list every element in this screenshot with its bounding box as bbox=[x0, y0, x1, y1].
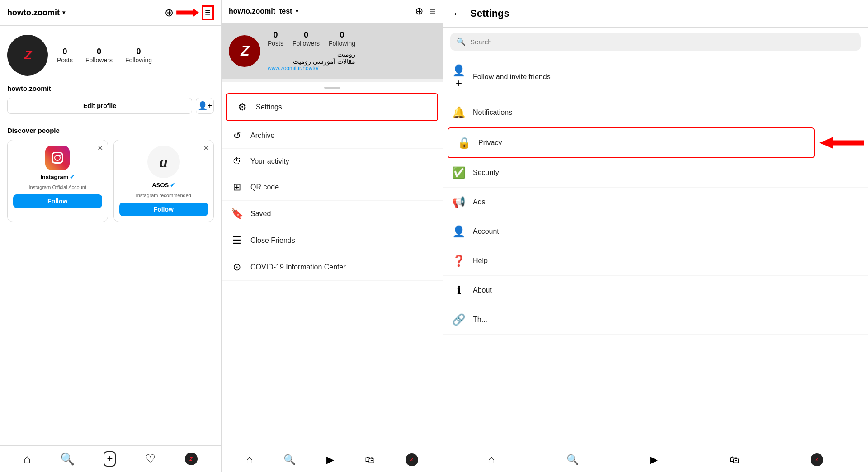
stat-following[interactable]: 0 Following bbox=[125, 47, 152, 64]
menu-item-activity-label: Your activity bbox=[250, 157, 289, 165]
settings-item-follow[interactable]: 👤+ Follow and invite friends bbox=[443, 56, 868, 98]
close-friends-icon: ☰ bbox=[231, 235, 243, 246]
settings-item-about-label: About bbox=[473, 286, 492, 294]
stat-posts[interactable]: 0 Posts bbox=[57, 47, 73, 64]
add-post-nav-icon[interactable]: + bbox=[104, 451, 116, 467]
followers-count: 0 bbox=[97, 47, 101, 57]
follow-instagram-button[interactable]: Follow bbox=[13, 194, 102, 208]
discover-card-instagram: ✕ Instagram ✔ Instagram Official Account… bbox=[7, 140, 108, 222]
heart-icon[interactable]: ♡ bbox=[145, 452, 156, 466]
posts-count: 0 bbox=[63, 47, 67, 57]
menu-stat-followers[interactable]: 0 Followers bbox=[292, 30, 320, 47]
menu-profile-overlay: Z 0 Posts 0 Followers 0 Following bbox=[222, 23, 443, 82]
shop-nav-icon-settings[interactable]: 🛍 bbox=[729, 454, 739, 466]
menu-avatar: Z bbox=[229, 35, 260, 67]
settings-item-ads[interactable]: 📢 Ads bbox=[443, 188, 868, 217]
discover-people-section: Discover people ✕ Instagram ✔ Instagram … bbox=[0, 121, 221, 227]
menu-item-covid-label: COVID-19 Information Center bbox=[250, 263, 346, 271]
profile-nav-avatar-menu[interactable]: Z bbox=[406, 453, 418, 466]
menu-item-archive-label: Archive bbox=[250, 132, 274, 140]
settings-item-security[interactable]: ✅ Security bbox=[443, 158, 868, 188]
edit-profile-button[interactable]: Edit profile bbox=[7, 98, 192, 114]
home-icon[interactable]: ⌂ bbox=[24, 452, 31, 466]
menu-item-covid[interactable]: ⊙ COVID-19 Information Center bbox=[222, 254, 443, 281]
settings-header: ← Settings bbox=[443, 0, 868, 28]
menu-stat-following[interactable]: 0 Following bbox=[329, 30, 355, 47]
settings-item-notifications-label: Notifications bbox=[473, 109, 512, 117]
profile-nav-avatar[interactable]: Z bbox=[185, 453, 198, 465]
activity-icon: ⏱ bbox=[231, 156, 243, 166]
settings-item-privacy[interactable]: 🔒 Privacy bbox=[448, 128, 814, 157]
settings-item-help-label: Help bbox=[473, 257, 488, 265]
settings-item-partial-label: Th... bbox=[473, 316, 487, 324]
menu-header: howto.zoomit_test ▾ ⊕ ≡ bbox=[222, 0, 443, 23]
add-post-icon[interactable]: ⊕ bbox=[165, 6, 174, 19]
menu-item-qrcode-label: QR code bbox=[250, 183, 279, 191]
settings-search-input[interactable] bbox=[470, 38, 854, 46]
menu-item-settings-label: Settings bbox=[256, 103, 282, 111]
follow-asos-button[interactable]: Follow bbox=[119, 203, 208, 216]
menu-username-container[interactable]: howto.zoomit_test ▾ bbox=[229, 7, 298, 15]
search-nav-icon-menu[interactable]: 🔍 bbox=[283, 454, 296, 466]
menu-profile-link[interactable]: www.zoomit.ir/howto/ bbox=[268, 65, 355, 71]
panel-settings: ← Settings 🔍 👤+ Follow and invite friend… bbox=[443, 0, 868, 472]
instagram-card-name: Instagram ✔ bbox=[40, 174, 75, 180]
back-icon[interactable]: ← bbox=[452, 7, 463, 20]
profile-username-container[interactable]: howto.zoomit ▾ bbox=[7, 8, 65, 18]
notifications-icon: 🔔 bbox=[452, 106, 466, 119]
profile-actions: Edit profile 👤+ bbox=[0, 98, 221, 121]
privacy-icon: 🔒 bbox=[458, 137, 471, 149]
settings-privacy-box: 🔒 Privacy bbox=[448, 127, 815, 158]
privacy-item-wrapper: 🔒 Privacy bbox=[443, 127, 868, 158]
settings-item-about[interactable]: ℹ About bbox=[443, 276, 868, 305]
menu-profile-name-rtl: زومیت bbox=[268, 51, 355, 58]
search-nav-icon-settings[interactable]: 🔍 bbox=[566, 454, 579, 466]
menu-add-icon[interactable]: ⊕ bbox=[415, 5, 423, 17]
menu-stats-row: 0 Posts 0 Followers 0 Following bbox=[268, 30, 355, 47]
menu-header-icons: ⊕ ≡ bbox=[415, 5, 435, 17]
settings-search-container[interactable]: 🔍 bbox=[450, 33, 861, 51]
shop-nav-icon-menu[interactable]: 🛍 bbox=[365, 454, 375, 466]
menu-item-archive[interactable]: ↺ Archive bbox=[222, 123, 443, 149]
menu-stat-posts[interactable]: 0 Posts bbox=[268, 30, 283, 47]
settings-item-notifications[interactable]: 🔔 Notifications bbox=[443, 98, 868, 127]
close-icon-instagram[interactable]: ✕ bbox=[97, 144, 103, 152]
settings-item-partial[interactable]: 🔗 Th... bbox=[443, 305, 868, 335]
handle-bar-icon bbox=[324, 87, 340, 89]
close-icon-asos[interactable]: ✕ bbox=[203, 144, 209, 152]
menu-item-close-friends[interactable]: ☰ Close Friends bbox=[222, 227, 443, 254]
menu-item-activity[interactable]: ⏱ Your activity bbox=[222, 149, 443, 174]
settings-item-help[interactable]: ❓ Help bbox=[443, 246, 868, 276]
reels-nav-icon-settings[interactable]: ▶ bbox=[650, 454, 658, 466]
home-nav-icon-menu[interactable]: ⌂ bbox=[246, 453, 253, 467]
profile-display-name: howto.zoomit bbox=[0, 85, 221, 98]
menu-item-qrcode[interactable]: ⊞ QR code bbox=[222, 174, 443, 201]
stat-followers[interactable]: 0 Followers bbox=[85, 47, 113, 64]
search-icon[interactable]: 🔍 bbox=[60, 452, 75, 466]
settings-title: Settings bbox=[470, 8, 509, 19]
bottom-nav-profile: ⌂ 🔍 + ♡ Z bbox=[0, 445, 221, 472]
following-label: Following bbox=[125, 57, 152, 64]
drawer-handle bbox=[222, 82, 443, 93]
reels-nav-icon-menu[interactable]: ▶ bbox=[326, 454, 334, 466]
settings-item-account-label: Account bbox=[473, 227, 499, 236]
menu-hamburger-icon[interactable]: ≡ bbox=[429, 5, 435, 17]
menu-chevron-icon: ▾ bbox=[296, 8, 298, 14]
archive-icon: ↺ bbox=[231, 130, 243, 141]
account-icon: 👤 bbox=[452, 225, 466, 238]
following-count: 0 bbox=[136, 47, 141, 57]
hamburger-menu-button[interactable]: ≡ bbox=[205, 8, 211, 18]
menu-item-settings[interactable]: ⚙ Settings bbox=[227, 94, 437, 120]
settings-item-account[interactable]: 👤 Account bbox=[443, 217, 868, 246]
menu-item-saved[interactable]: 🔖 Saved bbox=[222, 201, 443, 227]
arrow-privacy-icon bbox=[819, 137, 864, 149]
home-nav-icon-settings[interactable]: ⌂ bbox=[488, 453, 495, 467]
menu-avatar-logo: Z bbox=[241, 42, 249, 59]
settings-item-follow-label: Follow and invite friends bbox=[473, 73, 551, 81]
add-friend-button[interactable]: 👤+ bbox=[196, 98, 214, 114]
profile-nav-avatar-settings[interactable]: Z bbox=[811, 453, 823, 466]
qrcode-icon: ⊞ bbox=[231, 181, 243, 193]
profile-username: howto.zoomit bbox=[7, 8, 60, 18]
bottom-nav-settings: ⌂ 🔍 ▶ 🛍 Z bbox=[443, 447, 868, 472]
settings-item-security-label: Security bbox=[473, 169, 499, 177]
